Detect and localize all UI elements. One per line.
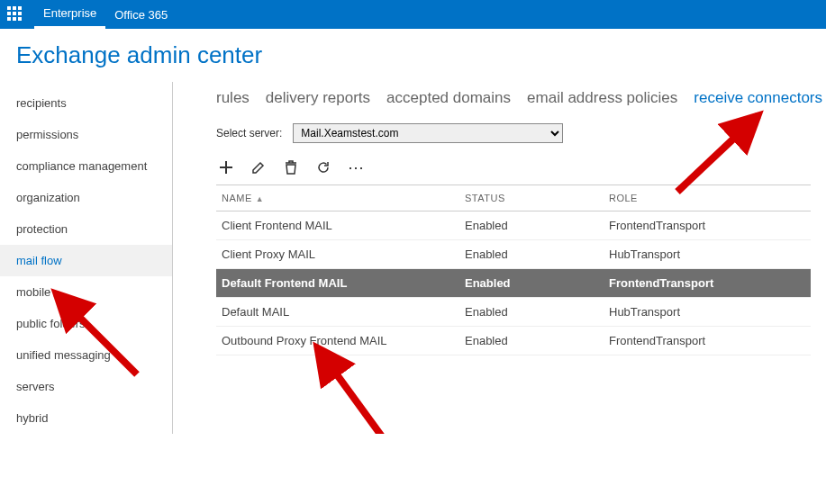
cell-name: Client Proxy MAIL (216, 240, 459, 269)
cell-name: Outbound Proxy Frontend MAIL (216, 327, 459, 356)
cell-status: Enabled (459, 327, 604, 356)
column-header-status[interactable]: STATUS (459, 185, 604, 212)
topbar-tab-enterprise[interactable]: Enterprise (34, 0, 105, 29)
table-row[interactable]: Client Proxy MAILEnabledHubTransport (216, 240, 811, 269)
page-title: Exchange admin center (0, 29, 826, 82)
pivot-tabs: rules delivery reports accepted domains … (216, 82, 826, 123)
topbar-tab-office365[interactable]: Office 365 (105, 0, 177, 29)
cell-name: Default Frontend MAIL (216, 269, 459, 298)
app-launcher-icon[interactable] (7, 6, 23, 22)
delete-icon[interactable] (283, 159, 299, 176)
sidebar-item-permissions[interactable]: permissions (0, 119, 172, 150)
tab-accepted-domains[interactable]: accepted domains (386, 89, 511, 107)
sidebar-item-um[interactable]: unified messaging (0, 339, 172, 371)
sidebar-item-recipients[interactable]: recipients (0, 87, 172, 119)
sidebar: recipients permissions compliance manage… (0, 82, 173, 434)
cell-status: Enabled (459, 269, 604, 298)
sidebar-item-mobile[interactable]: mobile (0, 276, 172, 308)
sidebar-item-servers[interactable]: servers (0, 371, 172, 402)
more-icon[interactable]: ⋯ (348, 159, 364, 176)
server-select[interactable]: Mail.Xeamstest.com (293, 123, 563, 143)
table-row[interactable]: Default MAILEnabledHubTransport (216, 298, 811, 327)
cell-status: Enabled (459, 298, 604, 327)
refresh-icon[interactable] (315, 159, 331, 176)
table-row[interactable]: Outbound Proxy Frontend MAILEnabledFront… (216, 327, 811, 356)
topbar: Enterprise Office 365 (0, 0, 826, 29)
cell-name: Default MAIL (216, 298, 459, 327)
sidebar-item-publicfolders[interactable]: public folders (0, 308, 172, 339)
cell-role: FrontendTransport (604, 269, 811, 298)
column-header-role[interactable]: ROLE (604, 185, 811, 212)
table-row[interactable]: Default Frontend MAILEnabledFrontendTran… (216, 269, 811, 298)
table-row[interactable]: Client Frontend MAILEnabledFrontendTrans… (216, 212, 811, 240)
cell-role: FrontendTransport (604, 212, 811, 240)
sidebar-item-hybrid[interactable]: hybrid (0, 402, 172, 434)
toolbar: ⋯ (216, 159, 826, 184)
cell-status: Enabled (459, 212, 604, 240)
sidebar-item-protection[interactable]: protection (0, 213, 172, 245)
tab-rules[interactable]: rules (216, 89, 250, 107)
connector-table: NAME▲ STATUS ROLE Client Frontend MAILEn… (216, 184, 811, 356)
cell-role: HubTransport (604, 240, 811, 269)
add-icon[interactable] (218, 159, 234, 176)
sidebar-item-mailflow[interactable]: mail flow (0, 245, 172, 276)
tab-delivery-reports[interactable]: delivery reports (266, 89, 370, 107)
column-header-name[interactable]: NAME▲ (216, 185, 459, 212)
sidebar-item-organization[interactable]: organization (0, 182, 172, 213)
cell-role: FrontendTransport (604, 327, 811, 356)
server-label: Select server: (216, 127, 282, 140)
cell-status: Enabled (459, 240, 604, 269)
tab-email-address-policies[interactable]: email address policies (527, 89, 677, 107)
cell-name: Client Frontend MAIL (216, 212, 459, 240)
cell-role: HubTransport (604, 298, 811, 327)
edit-icon[interactable] (250, 159, 267, 176)
tab-receive-connectors[interactable]: receive connectors (694, 89, 822, 107)
sort-asc-icon: ▲ (256, 194, 264, 203)
sidebar-item-compliance[interactable]: compliance management (0, 150, 172, 182)
main-content: rules delivery reports accepted domains … (173, 82, 826, 434)
